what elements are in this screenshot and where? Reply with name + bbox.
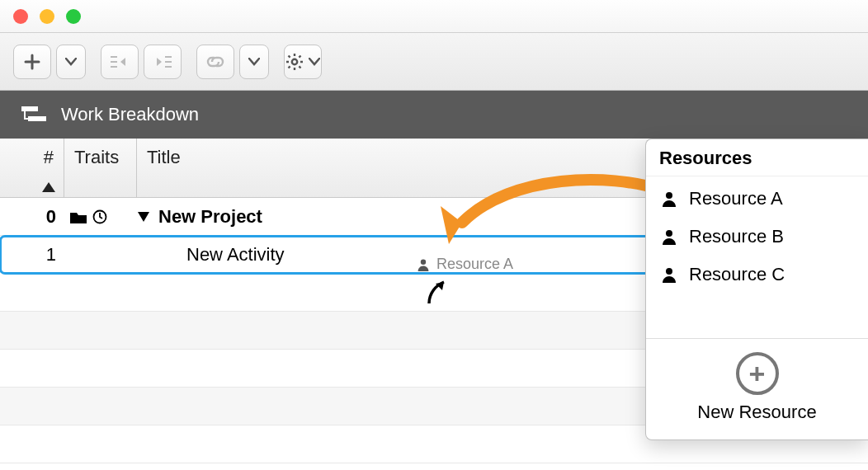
svg-point-5 [666, 230, 672, 237]
svg-point-0 [292, 59, 297, 63]
close-window-button[interactable] [13, 9, 28, 24]
svg-rect-1 [21, 106, 38, 111]
row-title-cell: New Project [137, 206, 721, 228]
gear-icon [285, 53, 304, 71]
maximize-window-button[interactable] [66, 9, 81, 24]
resources-panel: Resources Resource A Resource B Resource… [645, 139, 868, 440]
column-header-number[interactable]: # [0, 139, 64, 197]
link-button[interactable] [196, 45, 234, 79]
minimize-window-button[interactable] [40, 9, 54, 24]
svg-point-7 [421, 259, 426, 264]
person-icon [661, 228, 677, 245]
resources-header: Resources [646, 139, 868, 176]
sort-ascending-icon [42, 182, 55, 192]
row-traits [64, 209, 137, 224]
column-header-title[interactable]: Title [137, 139, 721, 197]
settings-button[interactable] [284, 45, 322, 79]
resource-item[interactable]: Resource A [646, 180, 868, 218]
row-number: 1 [0, 244, 64, 266]
resource-item[interactable]: Resource B [646, 218, 868, 256]
add-dropdown-button[interactable] [56, 45, 86, 79]
link-dropdown-button[interactable] [239, 45, 269, 79]
person-icon [661, 190, 677, 207]
svg-rect-2 [28, 116, 46, 121]
drag-ghost: Resource A [417, 256, 513, 273]
indent-button[interactable] [101, 45, 139, 79]
view-title: Work Breakdown [61, 104, 199, 125]
column-header-traits[interactable]: Traits [64, 139, 137, 197]
row-number: 0 [0, 206, 64, 228]
resources-list: Resource A Resource B Resource C [646, 176, 868, 297]
work-breakdown-icon [20, 105, 48, 125]
clock-icon [92, 209, 107, 224]
outdent-button[interactable] [144, 45, 182, 79]
svg-point-4 [666, 192, 672, 199]
new-resource-label: New Resource [697, 402, 816, 423]
folder-icon [69, 209, 87, 224]
window-titlebar [0, 0, 868, 33]
toolbar [0, 33, 868, 91]
person-icon [417, 258, 430, 271]
view-header: Work Breakdown [0, 91, 868, 139]
chevron-down-icon [309, 58, 320, 66]
person-icon [661, 266, 677, 283]
svg-point-6 [666, 268, 672, 275]
new-resource-area[interactable]: + New Resource [646, 338, 868, 439]
disclosure-triangle-icon[interactable] [137, 211, 150, 223]
resource-item[interactable]: Resource C [646, 256, 868, 294]
add-button[interactable] [13, 45, 51, 79]
plus-circle-icon: + [736, 352, 779, 395]
